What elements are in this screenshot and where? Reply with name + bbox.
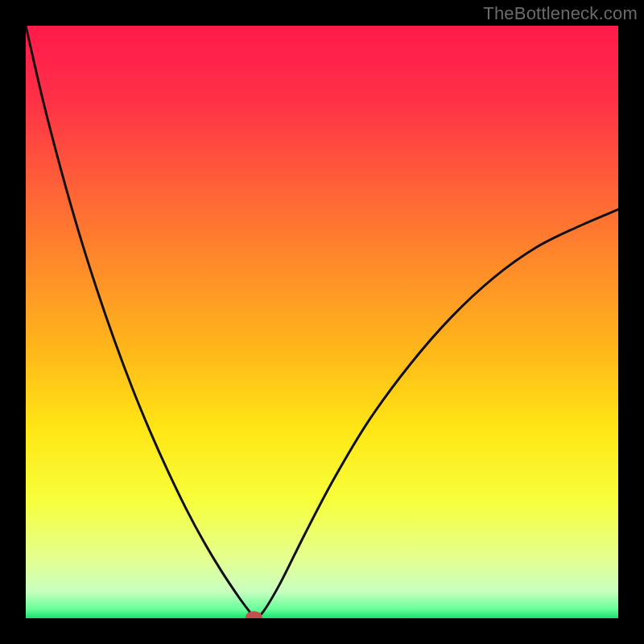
chart-svg: [26, 26, 618, 618]
gradient-background: [26, 26, 618, 618]
chart-frame: TheBottleneck.com: [0, 0, 644, 644]
attribution-label: TheBottleneck.com: [483, 3, 638, 24]
plot-area: [26, 26, 618, 618]
